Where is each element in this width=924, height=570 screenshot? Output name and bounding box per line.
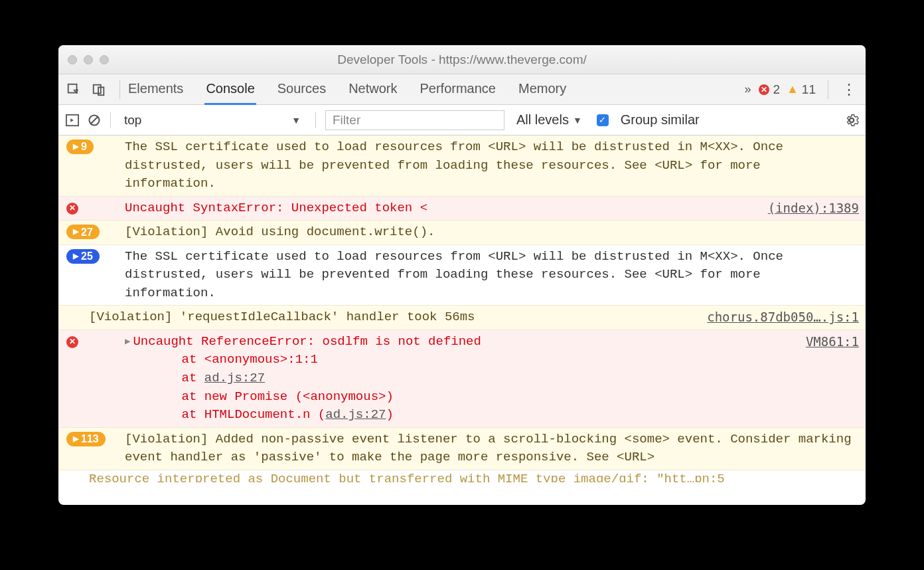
group-similar-checkbox[interactable]: ✓ xyxy=(597,114,609,126)
chevron-down-icon: ▼ xyxy=(573,115,582,126)
error-icon: ✕ xyxy=(66,336,78,348)
warning-count-value: 11 xyxy=(802,82,816,97)
error-icon: ✕ xyxy=(66,203,78,215)
log-message: [Violation] 'requestIdleCallback' handle… xyxy=(89,308,707,327)
svg-line-5 xyxy=(90,116,98,124)
log-message: Uncaught SyntaxError: Unexpected token < xyxy=(125,199,768,218)
log-row[interactable]: ▶ 25The SSL certificate used to load res… xyxy=(58,245,866,306)
group-similar-label: Group similar xyxy=(621,112,700,128)
clear-icon[interactable] xyxy=(88,114,101,127)
count-badge[interactable]: ▶ 9 xyxy=(66,140,94,154)
levels-select[interactable]: All levels ▼ xyxy=(516,112,582,128)
more-tabs-icon[interactable]: » xyxy=(744,82,751,96)
devtools-window: Developer Tools - https://www.theverge.c… xyxy=(58,45,866,505)
device-icon[interactable] xyxy=(92,82,106,97)
stack-frame: at new Promise (<anonymous>) xyxy=(125,388,799,407)
svg-point-6 xyxy=(850,118,854,122)
stack-frame: at ad.js:27 xyxy=(125,369,799,388)
log-gutter: ✕ xyxy=(65,333,125,425)
tab-performance[interactable]: Performance xyxy=(419,74,498,104)
count-badge[interactable]: ▶ 27 xyxy=(66,225,100,239)
log-message: [Violation] Avoid using document.write()… xyxy=(125,223,859,242)
log-gutter: ▶ 27 xyxy=(65,223,125,242)
console-toolbar: top ▼ All levels ▼ ✓ Group similar xyxy=(58,105,866,136)
log-message: The SSL certificate used to load resourc… xyxy=(125,248,859,303)
panel-tabs: Elements Console Sources Network Perform… xyxy=(127,74,568,104)
tab-elements[interactable]: Elements xyxy=(127,74,185,104)
context-select[interactable]: top ▼ xyxy=(120,110,306,130)
svg-rect-1 xyxy=(94,84,101,93)
log-gutter: ▶ 9 xyxy=(65,138,125,193)
sidebar-toggle-icon[interactable] xyxy=(65,114,80,127)
log-row[interactable]: ✕▶Uncaught ReferenceError: osdlfm is not… xyxy=(58,330,866,428)
log-gutter: ▶ 113 xyxy=(65,430,125,467)
tab-memory[interactable]: Memory xyxy=(517,74,568,104)
gear-icon[interactable] xyxy=(844,113,859,128)
kebab-icon[interactable]: ⋮ xyxy=(835,81,860,98)
inspect-icon[interactable] xyxy=(66,82,81,97)
log-gutter xyxy=(65,470,89,480)
log-message: Resource interpreted as Document but tra… xyxy=(89,470,859,480)
source-link[interactable]: ad.js:27 xyxy=(204,371,265,385)
tab-network[interactable]: Network xyxy=(347,74,398,104)
stack-frame: at <anonymous>:1:1 xyxy=(125,351,799,369)
source-link[interactable]: VM861:1 xyxy=(806,333,859,425)
context-value: top xyxy=(124,113,141,128)
source-link[interactable]: (index):1389 xyxy=(768,199,859,218)
error-count[interactable]: ✕ 2 xyxy=(759,82,780,97)
log-message: ▶Uncaught ReferenceError: osdlfm is not … xyxy=(125,333,806,425)
tab-console[interactable]: Console xyxy=(204,74,256,105)
log-gutter: ✕ xyxy=(65,199,125,218)
count-badge[interactable]: ▶ 113 xyxy=(66,432,106,446)
log-gutter: ▶ 25 xyxy=(65,248,125,303)
log-message: The SSL certificate used to load resourc… xyxy=(125,138,859,193)
warning-icon: ▲ xyxy=(787,82,799,96)
count-badge[interactable]: ▶ 25 xyxy=(66,249,100,264)
console-log[interactable]: ▶ 9The SSL certificate used to load reso… xyxy=(58,136,866,505)
window-title: Developer Tools - https://www.theverge.c… xyxy=(58,52,866,67)
log-row[interactable]: ✕Uncaught SyntaxError: Unexpected token … xyxy=(58,197,866,221)
log-message: [Violation] Added non-passive event list… xyxy=(125,430,859,467)
tab-sources[interactable]: Sources xyxy=(276,74,327,104)
titlebar: Developer Tools - https://www.theverge.c… xyxy=(58,45,866,74)
source-link[interactable]: chorus.87db050….js:1 xyxy=(707,308,859,327)
source-link[interactable]: ad.js:27 xyxy=(325,407,386,422)
log-gutter xyxy=(65,308,89,327)
log-row[interactable]: [Violation] 'requestIdleCallback' handle… xyxy=(58,306,866,330)
error-icon: ✕ xyxy=(759,84,769,95)
stack-frame: at HTMLDocument.n (ad.js:27) xyxy=(125,406,799,425)
disclosure-icon[interactable]: ▶ xyxy=(125,335,130,348)
log-row[interactable]: Resource interpreted as Document but tra… xyxy=(58,470,866,482)
chevron-down-icon: ▼ xyxy=(291,115,301,126)
levels-label: All levels xyxy=(516,112,569,128)
warning-count[interactable]: ▲ 11 xyxy=(787,82,816,97)
error-count-value: 2 xyxy=(773,82,780,97)
log-row[interactable]: ▶ 9The SSL certificate used to load reso… xyxy=(58,136,866,197)
filter-input[interactable] xyxy=(325,110,504,130)
log-row[interactable]: ▶ 113[Violation] Added non-passive event… xyxy=(58,428,866,470)
log-row[interactable]: ▶ 27[Violation] Avoid using document.wri… xyxy=(58,221,866,245)
tabbar: Elements Console Sources Network Perform… xyxy=(58,74,866,105)
